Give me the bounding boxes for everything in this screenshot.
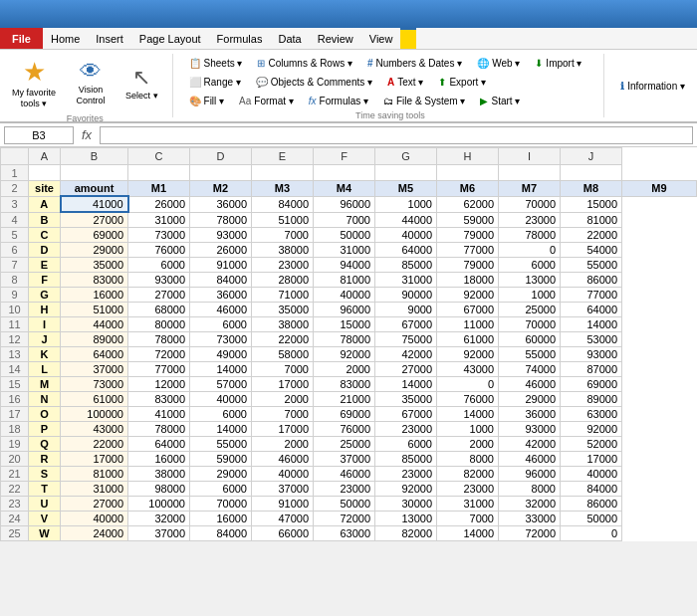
cell-3-6[interactable]: 1000 xyxy=(375,196,437,212)
sheets-button[interactable]: 📋Sheets ▾ xyxy=(183,54,249,72)
cell-8-9[interactable]: 86000 xyxy=(561,273,622,288)
cell-13-8[interactable]: 55000 xyxy=(499,347,561,362)
cell-23-6[interactable]: 30000 xyxy=(375,497,437,512)
cell-21-3[interactable]: 29000 xyxy=(190,467,252,482)
cell-6-3[interactable]: 26000 xyxy=(190,243,252,258)
cell-25-3[interactable]: 84000 xyxy=(190,526,252,541)
cell-15-7[interactable]: 0 xyxy=(437,377,499,392)
cell-22-7[interactable]: 23000 xyxy=(437,482,499,497)
cell-11-8[interactable]: 70000 xyxy=(499,317,561,332)
cell-9-4[interactable]: 71000 xyxy=(252,288,314,303)
cell-9-1[interactable]: 16000 xyxy=(61,288,128,303)
cell-20-1[interactable]: 17000 xyxy=(61,452,128,467)
cell-17-0[interactable]: O xyxy=(29,407,61,422)
cell-16-5[interactable]: 21000 xyxy=(314,392,375,407)
cell-1-4[interactable] xyxy=(252,165,314,181)
cell-21-9[interactable]: 40000 xyxy=(561,467,622,482)
cell-5-0[interactable]: C xyxy=(29,228,61,243)
cell-14-1[interactable]: 37000 xyxy=(61,362,128,377)
cell-5-6[interactable]: 40000 xyxy=(375,228,437,243)
cell-6-9[interactable]: 54000 xyxy=(561,243,622,258)
cell-17-5[interactable]: 69000 xyxy=(314,407,375,422)
cell-12-6[interactable]: 75000 xyxy=(375,332,437,347)
cell-5-2[interactable]: 73000 xyxy=(128,228,190,243)
cell-11-2[interactable]: 80000 xyxy=(128,317,190,332)
cell-8-6[interactable]: 31000 xyxy=(375,273,437,288)
cell-23-8[interactable]: 32000 xyxy=(499,497,561,512)
cell-8-5[interactable]: 81000 xyxy=(314,273,375,288)
cell-17-1[interactable]: 100000 xyxy=(61,407,128,422)
cell-14-3[interactable]: 14000 xyxy=(190,362,252,377)
cell-2-5[interactable]: M4 xyxy=(314,181,375,197)
cell-19-1[interactable]: 22000 xyxy=(61,437,128,452)
cell-11-7[interactable]: 11000 xyxy=(437,317,499,332)
cell-9-7[interactable]: 92000 xyxy=(437,288,499,303)
cell-22-8[interactable]: 8000 xyxy=(499,482,561,497)
cell-19-7[interactable]: 2000 xyxy=(437,437,499,452)
cell-4-4[interactable]: 51000 xyxy=(252,212,314,228)
cell-7-2[interactable]: 6000 xyxy=(128,258,190,273)
cell-4-9[interactable]: 81000 xyxy=(561,212,622,228)
cell-15-6[interactable]: 14000 xyxy=(375,377,437,392)
cell-2-2[interactable]: M1 xyxy=(128,181,190,197)
cell-3-7[interactable]: 62000 xyxy=(437,196,499,212)
cell-11-1[interactable]: 44000 xyxy=(61,317,128,332)
file-system-button[interactable]: 🗂File & System ▾ xyxy=(377,92,471,109)
cell-15-9[interactable]: 69000 xyxy=(561,377,622,392)
cell-19-3[interactable]: 55000 xyxy=(190,437,252,452)
cell-17-9[interactable]: 63000 xyxy=(561,407,622,422)
cell-23-3[interactable]: 70000 xyxy=(190,497,252,512)
cell-10-7[interactable]: 67000 xyxy=(437,303,499,317)
cell-13-1[interactable]: 64000 xyxy=(61,347,128,362)
cell-5-1[interactable]: 69000 xyxy=(61,228,128,243)
cell-18-2[interactable]: 78000 xyxy=(128,422,190,437)
cell-10-5[interactable]: 96000 xyxy=(314,303,375,317)
cell-6-7[interactable]: 77000 xyxy=(437,243,499,258)
cell-8-2[interactable]: 93000 xyxy=(128,273,190,288)
cell-7-7[interactable]: 79000 xyxy=(437,258,499,273)
cell-8-4[interactable]: 28000 xyxy=(252,273,314,288)
cell-22-0[interactable]: T xyxy=(29,482,61,497)
cell-11-3[interactable]: 6000 xyxy=(190,317,252,332)
cell-6-4[interactable]: 38000 xyxy=(252,243,314,258)
cell-12-7[interactable]: 61000 xyxy=(437,332,499,347)
cell-23-5[interactable]: 50000 xyxy=(314,497,375,512)
menu-data[interactable]: Data xyxy=(270,28,309,49)
cell-11-9[interactable]: 14000 xyxy=(561,317,622,332)
cell-7-1[interactable]: 35000 xyxy=(61,258,128,273)
cell-1-9[interactable] xyxy=(561,165,622,181)
cell-7-0[interactable]: E xyxy=(29,258,61,273)
web-button[interactable]: 🌐Web ▾ xyxy=(471,54,526,72)
cell-3-1[interactable]: 41000 xyxy=(61,196,128,212)
cell-3-9[interactable]: 15000 xyxy=(561,196,622,212)
cell-4-1[interactable]: 27000 xyxy=(61,212,128,228)
cell-16-2[interactable]: 83000 xyxy=(128,392,190,407)
cell-16-1[interactable]: 61000 xyxy=(61,392,128,407)
cell-11-4[interactable]: 38000 xyxy=(252,317,314,332)
cell-20-2[interactable]: 16000 xyxy=(128,452,190,467)
cell-21-8[interactable]: 96000 xyxy=(499,467,561,482)
cell-2-8[interactable]: M7 xyxy=(499,181,561,197)
cell-reference-input[interactable] xyxy=(4,126,74,144)
numbers-dates-button[interactable]: #Numbers & Dates ▾ xyxy=(361,54,468,72)
cell-3-0[interactable]: A xyxy=(29,196,61,212)
cell-20-9[interactable]: 17000 xyxy=(561,452,622,467)
cell-19-8[interactable]: 42000 xyxy=(499,437,561,452)
cell-18-4[interactable]: 17000 xyxy=(252,422,314,437)
cell-21-7[interactable]: 82000 xyxy=(437,467,499,482)
cell-14-0[interactable]: L xyxy=(29,362,61,377)
cell-9-2[interactable]: 27000 xyxy=(128,288,190,303)
cell-22-2[interactable]: 98000 xyxy=(128,482,190,497)
text-button[interactable]: AText ▾ xyxy=(381,73,429,91)
formulas-button[interactable]: fxFormulas ▾ xyxy=(303,92,374,109)
fill-button[interactable]: 🎨Fill ▾ xyxy=(183,92,231,109)
cell-19-4[interactable]: 2000 xyxy=(252,437,314,452)
cell-23-0[interactable]: U xyxy=(29,497,61,512)
cell-25-7[interactable]: 14000 xyxy=(437,526,499,541)
cell-24-3[interactable]: 16000 xyxy=(190,512,252,526)
cell-7-8[interactable]: 6000 xyxy=(499,258,561,273)
cell-10-0[interactable]: H xyxy=(29,303,61,317)
cell-19-2[interactable]: 64000 xyxy=(128,437,190,452)
cell-2-3[interactable]: M2 xyxy=(190,181,252,197)
cell-24-9[interactable]: 50000 xyxy=(561,512,622,526)
